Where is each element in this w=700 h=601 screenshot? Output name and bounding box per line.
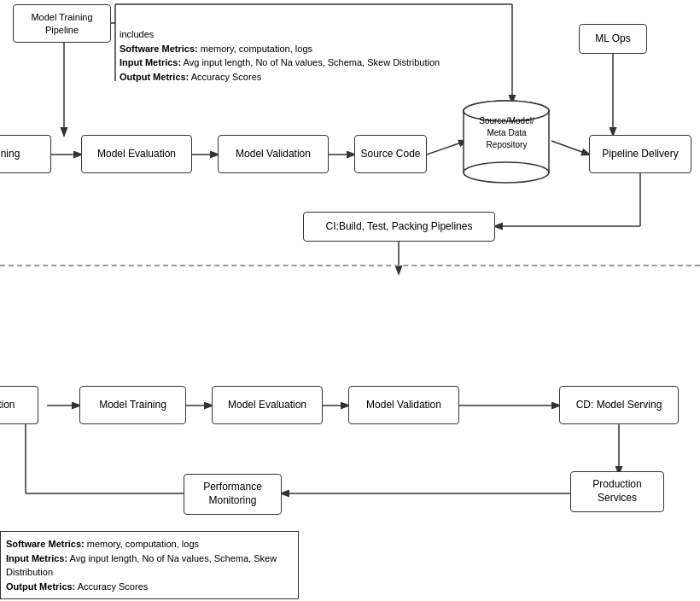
pipeline-delivery-box: Pipeline Delivery bbox=[589, 135, 691, 173]
source-code-box: Source Code bbox=[354, 135, 427, 173]
model-training-bottom-text: Model Training bbox=[99, 399, 166, 412]
ation-partial-text: ation bbox=[0, 399, 15, 412]
info-bottom-input: Input Metrics: Avg input length, No of N… bbox=[6, 551, 293, 580]
performance-monitoring-text: Performance Monitoring bbox=[189, 481, 277, 507]
ci-build-text: CI:Build, Test, Packing Pipelines bbox=[326, 220, 473, 234]
info-bottom-software: Software Metrics: memory, computation, l… bbox=[6, 537, 293, 551]
model-training-bottom-box: Model Training bbox=[79, 386, 186, 424]
dashed-separator bbox=[0, 265, 700, 266]
svg-line-3 bbox=[427, 141, 466, 155]
model-evaluation-bottom-box: Model Evaluation bbox=[212, 386, 323, 424]
model-validation-bottom-box: Model Validation bbox=[348, 386, 459, 424]
training-partial-text: ning bbox=[1, 148, 20, 161]
performance-monitoring-box: Performance Monitoring bbox=[184, 474, 282, 515]
production-services-box: Production Services bbox=[570, 471, 664, 512]
model-validation-top-text: Model Validation bbox=[236, 148, 311, 161]
pipeline-delivery-text: Pipeline Delivery bbox=[602, 148, 678, 161]
diagram-container: Model Training Pipeline ML Ops includes … bbox=[0, 0, 700, 601]
model-evaluation-top-text: Model Evaluation bbox=[97, 148, 176, 161]
ml-ops-box: ML Ops bbox=[579, 24, 647, 54]
model-evaluation-top-box: Model Evaluation bbox=[81, 135, 192, 173]
pipeline-label-box: Model Training Pipeline bbox=[13, 4, 111, 43]
cd-model-serving-text: CD: Model Serving bbox=[576, 399, 662, 412]
info-input: Input Metrics: Avg input length, No of N… bbox=[120, 55, 563, 70]
info-software: Software Metrics: memory, computation, l… bbox=[120, 42, 563, 56]
model-validation-top-box: Model Validation bbox=[218, 135, 329, 173]
training-partial-box: ning bbox=[0, 135, 51, 173]
info-includes: includes bbox=[120, 27, 563, 42]
pipeline-label-text: Model Training Pipeline bbox=[18, 11, 106, 36]
info-top: includes Software Metrics: memory, compu… bbox=[120, 27, 563, 84]
info-bottom-output: Output Metrics: Accuracy Scores bbox=[6, 580, 293, 594]
info-output: Output Metrics: Accuracy Scores bbox=[120, 70, 563, 85]
ation-partial-box: ation bbox=[0, 386, 38, 424]
model-validation-bottom-text: Model Validation bbox=[366, 399, 441, 412]
ml-ops-text: ML Ops bbox=[595, 32, 631, 46]
repository-cylinder: Source/Model/Meta DataRepository bbox=[462, 98, 551, 184]
model-evaluation-bottom-text: Model Evaluation bbox=[228, 399, 306, 412]
svg-line-4 bbox=[551, 141, 589, 155]
production-services-text: Production Services bbox=[575, 478, 659, 505]
cd-model-serving-box: CD: Model Serving bbox=[559, 386, 679, 424]
ci-build-box: CI:Build, Test, Packing Pipelines bbox=[303, 212, 495, 242]
source-code-text: Source Code bbox=[360, 148, 420, 161]
repository-text: Source/Model/Meta DataRepository bbox=[462, 115, 551, 151]
info-bottom: Software Metrics: memory, computation, l… bbox=[0, 531, 299, 599]
svg-point-25 bbox=[464, 162, 549, 183]
